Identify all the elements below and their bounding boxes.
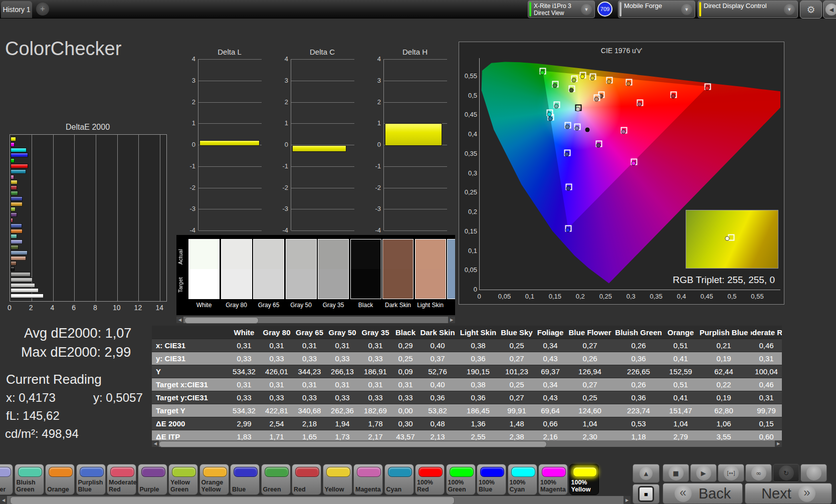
range-icon: [↔] [724, 465, 739, 480]
gear-icon[interactable]: ⚙ [800, 1, 822, 19]
swatch-scrollbar[interactable]: ◀▶ [176, 317, 455, 323]
de-x-tick: 12 [134, 304, 142, 312]
swatch-label: Black [350, 302, 382, 309]
patch-button-cyan[interactable]: Cyan [384, 464, 414, 495]
patch-button-magenta[interactable]: Magenta [353, 464, 383, 495]
scroll-right-icon[interactable]: ▶ [448, 317, 455, 323]
table-scrollbar[interactable]: ◀▶ [152, 440, 782, 447]
cell: 0,33 [228, 352, 260, 365]
scroll-thumb[interactable] [159, 441, 547, 447]
workflow-dropdown[interactable]: Mobile Forge ▼ [618, 1, 695, 18]
label-line: Red [109, 486, 137, 493]
patch-button-yellow-green[interactable]: YellowGreen [168, 464, 198, 495]
y-tick: 0 [184, 141, 195, 148]
table-row: Target x:CIE310,310,310,310,310,310,310,… [152, 378, 782, 391]
patch-color-chip [326, 467, 350, 477]
device-dropdown[interactable]: Direct Display Control ▼ [698, 1, 798, 18]
next-button[interactable]: Next » [745, 483, 832, 504]
refresh-button[interactable]: ↻ [773, 464, 799, 482]
de2000-chart [10, 134, 167, 302]
cell: 0,31 [751, 391, 782, 404]
gridline [198, 188, 262, 188]
cell: 0,36 [456, 352, 500, 365]
chevron-down-icon[interactable]: ▼ [681, 4, 692, 15]
pattern-stop-button[interactable]: ■ [633, 484, 660, 504]
y-tick: -3 [370, 205, 381, 212]
cell: 0,53 [612, 417, 665, 430]
colorspace-badge[interactable]: 709 [597, 2, 612, 17]
cie-actual-blue-flower [575, 126, 579, 130]
pattern-up-button[interactable]: ▲ [633, 464, 660, 483]
stop-button[interactable]: ■ [663, 464, 689, 482]
range-button[interactable]: [↔] [718, 464, 744, 482]
swatch-gray-65 [253, 239, 284, 299]
scroll-left-icon[interactable]: ◀ [176, 317, 183, 323]
patch-button-orange-yellow[interactable]: OrangeYellow [199, 464, 229, 495]
de-bar-moderate-red [11, 218, 13, 222]
scroll-thumb[interactable] [184, 317, 259, 324]
tab-history-1[interactable]: History 1 [1, 1, 32, 18]
cie-actual-magenta [621, 129, 626, 134]
patch-button-100-cyan[interactable]: 100%Cyan [508, 464, 537, 495]
meter-dropdown[interactable]: X-Rite i1Pro 3Direct View ▼ [528, 1, 595, 18]
patch-button-red[interactable]: Red [292, 464, 321, 495]
cie-y-tick: 0,4 [460, 130, 477, 138]
cie-actual-yellow-green [572, 78, 576, 83]
patch-button-100-blue[interactable]: 100%Blue [477, 464, 506, 495]
play-button[interactable]: ▶ [690, 464, 717, 482]
patch-button-blue-flower[interactable]: BlueFlower [0, 464, 13, 495]
label-line: Cyan [386, 486, 414, 493]
label-line: 100% [571, 479, 599, 486]
patch-button-yellow[interactable]: Yellow [323, 464, 352, 495]
chevron-down-icon[interactable]: ▼ [581, 4, 592, 15]
cie-actual-100-green [540, 70, 544, 75]
add-tab-button[interactable]: + [36, 3, 49, 16]
patch-button-bluish-green[interactable]: BluishGreen [15, 464, 44, 495]
cell: 0,25 [567, 391, 612, 404]
scroll-right-icon[interactable]: ▶ [775, 440, 782, 447]
patch-button-purple[interactable]: Purple [138, 464, 167, 495]
cie-y-tick: 0,55 [460, 72, 477, 80]
back-button[interactable]: « Back [663, 483, 743, 504]
cell: 0,31 [392, 378, 419, 391]
y-tick: -4 [277, 226, 288, 234]
label-line: 100% [448, 479, 476, 486]
scroll-left-icon[interactable]: ◀ [0, 496, 7, 504]
patch-button-100-green[interactable]: 100%Green [446, 464, 476, 495]
cie-actual-cyan [548, 116, 552, 121]
patch-strip-scrollbar[interactable]: ◀▶ [0, 496, 631, 504]
cie-x-tick: 0,05 [498, 293, 511, 300]
cie-actual-100-blue [565, 227, 570, 232]
column-header: Purplish Blue [697, 326, 751, 339]
patch-button-100-magenta[interactable]: 100%Magenta [538, 464, 568, 495]
patch-button-blue[interactable]: Blue [230, 464, 260, 495]
scroll-left-icon[interactable]: ◀ [152, 440, 159, 447]
patch-button-100-yellow[interactable]: 100%Yellow [569, 464, 599, 495]
scroll-right-icon[interactable]: ▶ [623, 496, 631, 504]
patch-button-100-red[interactable]: 100%Red [415, 464, 445, 495]
gridline [198, 166, 262, 167]
cie-x-tick: 0 [477, 293, 481, 300]
de-gridline [160, 135, 160, 301]
cell: 534,32 [228, 365, 260, 378]
cell: 223,74 [612, 404, 665, 417]
chevron-down-icon[interactable]: ▼ [784, 4, 795, 15]
blank-button[interactable] [800, 464, 827, 482]
cell: 99,79 [751, 404, 782, 417]
de-bar-100-green [11, 158, 15, 163]
patch-button-moderate-red[interactable]: ModerateRed [107, 464, 136, 495]
de-gridline [32, 135, 32, 301]
cell: 126,94 [567, 365, 612, 378]
collapse-left-icon[interactable]: ◀ [823, 1, 836, 19]
gridline [384, 188, 447, 188]
row-label: Target Y [152, 404, 228, 417]
patch-button-green[interactable]: Green [261, 464, 291, 495]
swatch-light-skin [415, 239, 446, 299]
cell: 1,78 [359, 417, 392, 430]
loop-button[interactable]: ∞ [745, 464, 772, 482]
patch-button-purplish-blue[interactable]: PurplishBlue [76, 464, 106, 495]
patch-button-orange[interactable]: Orange [45, 464, 75, 495]
chart-delta-h: 43210-1-2-3-4 [383, 59, 447, 230]
scroll-thumb[interactable] [10, 496, 455, 504]
label-line: Green [17, 486, 45, 493]
